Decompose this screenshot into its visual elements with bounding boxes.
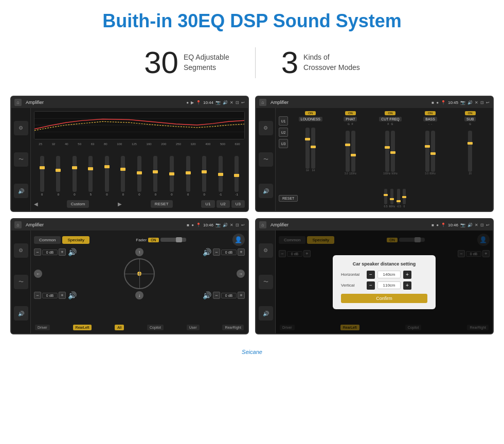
speaker1-sidebar-btn3[interactable]: 🔊 — [14, 306, 28, 321]
common-tab1[interactable]: Common — [34, 236, 61, 244]
spk-plus-tr[interactable]: + — [238, 248, 245, 256]
driver-label1[interactable]: Driver — [35, 325, 50, 330]
eq-slider-8[interactable]: 0 — [153, 156, 157, 196]
cutfreq-slider1[interactable] — [385, 131, 389, 172]
loudness-on-btn[interactable]: ON — [305, 111, 316, 115]
eq-prev-btn[interactable]: ◀ — [34, 201, 38, 207]
eq-slider-4[interactable]: 5 — [88, 156, 93, 196]
eq-slider-1[interactable]: 0 — [40, 156, 44, 196]
dialog-confirm-button[interactable]: Confirm — [341, 294, 427, 303]
rearleft-label1[interactable]: RearLeft — [73, 325, 92, 330]
back-icon[interactable]: ↩ — [241, 100, 245, 105]
spk-minus-tl[interactable]: − — [34, 248, 41, 256]
phat-slider1[interactable] — [346, 131, 350, 172]
bass-slider1[interactable] — [425, 131, 429, 172]
eq-u3-btn[interactable]: U3 — [231, 200, 245, 208]
speaker2-sidebar-btn3[interactable]: 🔊 — [259, 306, 273, 321]
user-label1[interactable]: User — [187, 325, 200, 330]
volume-icon4[interactable]: 🔊 — [467, 223, 473, 227]
fader-slider[interactable] — [160, 238, 186, 242]
eq-slider-6[interactable]: 0 — [121, 156, 125, 196]
home-icon[interactable]: ⌂ — [14, 99, 22, 106]
spk-plus-tl[interactable]: + — [59, 248, 66, 256]
volume-icon3[interactable]: 🔊 — [223, 223, 228, 227]
eq-u2-btn[interactable]: U2 — [217, 200, 230, 208]
dialog-horizontal-plus[interactable]: + — [403, 271, 411, 279]
phat-on-btn[interactable]: ON — [345, 111, 356, 115]
eq-next-btn[interactable]: ▶ — [118, 201, 122, 207]
eq-slider-12[interactable]: -1 — [219, 156, 223, 196]
u3-button[interactable]: U3 — [279, 139, 288, 148]
home-icon2[interactable]: ⌂ — [259, 99, 266, 106]
speaker2-sidebar-btn2[interactable]: 〜 — [259, 275, 273, 289]
fullscreen-icon4[interactable]: ⊡ — [480, 223, 484, 227]
eq-sidebar-btn1[interactable]: ⚙ — [14, 121, 28, 135]
eq-reset-btn[interactable]: RESET — [151, 200, 173, 208]
rearright-label1[interactable]: RearRight — [222, 325, 244, 330]
u1-button[interactable]: U1 — [279, 116, 288, 126]
close-icon4[interactable]: ✕ — [475, 223, 478, 227]
crossover-reset-btn[interactable]: RESET — [279, 195, 298, 202]
arrow-down-btn[interactable]: ↓ — [135, 291, 143, 299]
loudness-slider2[interactable] — [311, 128, 315, 169]
eq-slider-7[interactable]: 0 — [137, 156, 141, 196]
volume-icon[interactable]: 🔊 — [223, 100, 228, 105]
eq-custom-btn[interactable]: Custom — [67, 200, 89, 208]
crossover-sidebar-btn3[interactable]: 🔊 — [259, 184, 273, 198]
bass-on-btn[interactable]: ON — [425, 111, 436, 115]
back-icon3[interactable]: ↩ — [241, 223, 245, 227]
speaker1-sidebar-btn1[interactable]: ⚙ — [14, 243, 28, 258]
cutfreq-slider2[interactable] — [391, 131, 395, 172]
eq-slider-10[interactable]: 0 — [186, 156, 190, 196]
eq-slider-3[interactable]: 0 — [73, 156, 77, 196]
crossover-sidebar-btn1[interactable]: ⚙ — [259, 121, 273, 135]
fullscreen-icon2[interactable]: ⊡ — [480, 100, 484, 105]
speaker1-sidebar-btn2[interactable]: 〜 — [14, 275, 28, 289]
copilot-label1[interactable]: Copilot — [147, 325, 164, 330]
fullscreen-icon3[interactable]: ⊡ — [236, 223, 239, 227]
all-label1[interactable]: All — [115, 325, 124, 330]
volume-icon2[interactable]: 🔊 — [467, 100, 473, 105]
crossover-sidebar-btn2[interactable]: 〜 — [259, 152, 273, 167]
profile-icon[interactable]: 👤 — [232, 234, 245, 246]
spk-minus-tr[interactable]: − — [213, 248, 220, 256]
home-icon4[interactable]: ⌂ — [259, 221, 266, 228]
close-icon[interactable]: ✕ — [230, 100, 233, 105]
home-icon3[interactable]: ⌂ — [14, 221, 22, 228]
arrow-up-btn[interactable]: ↑ — [135, 248, 143, 256]
dialog-horizontal-minus[interactable]: − — [367, 271, 375, 279]
phat-slider2[interactable] — [351, 131, 355, 172]
eq-slider-2[interactable]: 0 — [56, 156, 60, 196]
specialty-tab1[interactable]: Specialty — [62, 236, 89, 244]
spk-plus-bl[interactable]: + — [59, 292, 66, 299]
dialog-vertical-minus[interactable]: − — [367, 281, 375, 290]
fullscreen-icon[interactable]: ⊡ — [236, 100, 239, 105]
eq-slider-5[interactable]: 0 — [105, 156, 109, 196]
speaker2-sidebar-btn1[interactable]: ⚙ — [259, 243, 273, 258]
eq-slider-11[interactable]: 0 — [202, 156, 206, 196]
back-icon4[interactable]: ↩ — [486, 223, 490, 227]
sub-slider1[interactable] — [468, 131, 472, 172]
eq-slider-9[interactable]: 0 — [170, 156, 174, 196]
bass-slider2[interactable] — [431, 131, 435, 172]
fader-on-btn[interactable]: ON — [148, 238, 159, 242]
close-icon2[interactable]: ✕ — [475, 100, 478, 105]
dialog-vertical-plus[interactable]: + — [403, 281, 411, 290]
spk-minus-bl[interactable]: − — [34, 292, 41, 299]
play-icon[interactable]: ▶ — [191, 100, 194, 105]
spk-plus-br[interactable]: + — [238, 292, 245, 299]
eq-u1-btn[interactable]: U1 — [201, 200, 214, 208]
close-icon3[interactable]: ✕ — [230, 223, 233, 227]
crosshair-widget[interactable] — [124, 258, 155, 289]
sub-on-btn[interactable]: ON — [465, 111, 476, 115]
loudness-slider1[interactable] — [305, 128, 310, 169]
arrow-right-btn[interactable]: → — [237, 270, 245, 278]
eq-slider-13[interactable]: -1 — [235, 156, 239, 196]
spk-minus-br[interactable]: − — [213, 292, 220, 299]
cutfreq-on-btn[interactable]: ON — [385, 111, 395, 115]
u2-button[interactable]: U2 — [279, 128, 288, 137]
eq-sidebar-btn3[interactable]: 🔊 — [14, 184, 28, 198]
eq-sidebar-btn2[interactable]: 〜 — [14, 152, 28, 167]
arrow-left-btn[interactable]: ← — [34, 270, 42, 278]
back-icon2[interactable]: ↩ — [486, 100, 490, 105]
